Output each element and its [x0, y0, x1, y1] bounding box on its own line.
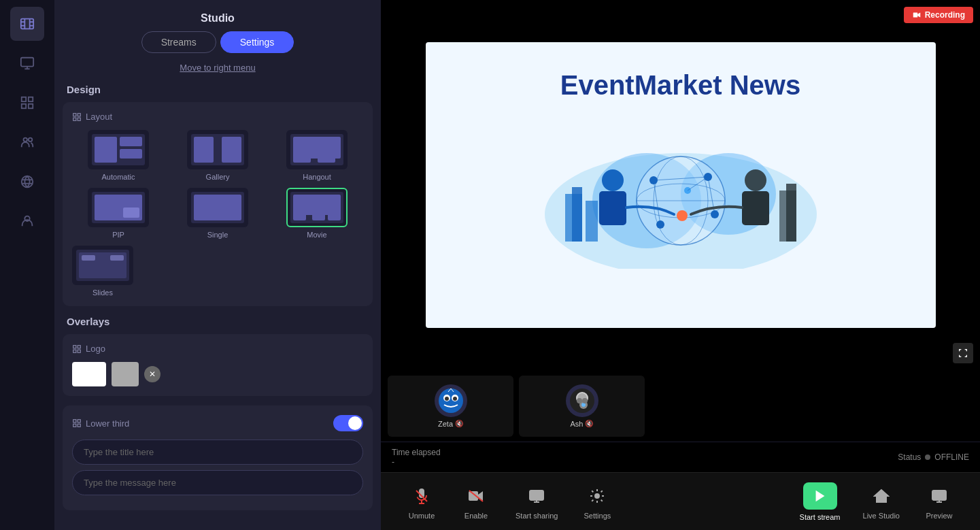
- fullscreen-button[interactable]: [953, 343, 973, 363]
- participant-ash-avatar: [566, 384, 598, 417]
- offline-dot: [925, 454, 930, 460]
- svg-point-54: [677, 210, 688, 221]
- video-area: EventMarket News: [381, 0, 980, 442]
- layout-gallery[interactable]: Gallery: [171, 130, 264, 181]
- tab-streams[interactable]: Streams: [141, 31, 216, 53]
- layout-automatic-label: Automatic: [102, 173, 135, 181]
- status-label: Status: [898, 452, 921, 462]
- participant-zeta-avatar: [435, 384, 467, 417]
- layout-grid: Automatic Gallery: [72, 130, 363, 239]
- logo-upload: ✕: [72, 362, 363, 386]
- design-section-title: Design: [54, 84, 381, 102]
- recording-label: Recording: [925, 10, 965, 20]
- svg-rect-7: [21, 58, 33, 67]
- preview-icon: [927, 484, 951, 508]
- layout-pip[interactable]: PIP: [72, 188, 165, 239]
- settings-label: Settings: [584, 512, 611, 520]
- layout-movie[interactable]: Movie: [271, 188, 363, 239]
- sidebar-item-film[interactable]: [10, 7, 44, 41]
- live-studio-icon: [869, 484, 894, 508]
- svg-marker-82: [815, 490, 824, 501]
- svg-rect-32: [913, 13, 917, 18]
- svg-point-52: [745, 169, 766, 191]
- live-studio-button[interactable]: Live Studio: [851, 484, 912, 520]
- time-value: -: [392, 457, 394, 467]
- icon-bar: [0, 0, 54, 530]
- settings-icon: [585, 484, 609, 508]
- layout-single[interactable]: Single: [171, 188, 264, 239]
- lower-third-header: Lower third: [72, 415, 363, 431]
- logo-placeholder: [112, 362, 139, 386]
- start-sharing-button[interactable]: Start sharing: [503, 484, 570, 520]
- svg-rect-13: [29, 104, 33, 108]
- svg-rect-24: [73, 345, 76, 348]
- logo-preview-white: [72, 362, 106, 386]
- lower-third-toggle[interactable]: [333, 415, 363, 431]
- overlays-section-title: Overlays: [54, 316, 381, 334]
- title-input[interactable]: [72, 440, 363, 465]
- svg-point-81: [595, 494, 599, 498]
- sidebar-item-layout[interactable]: [10, 86, 44, 120]
- svg-rect-31: [78, 424, 80, 427]
- preview-label: Preview: [926, 512, 952, 520]
- svg-point-16: [22, 176, 33, 188]
- tab-settings[interactable]: Settings: [220, 31, 294, 53]
- unmute-button[interactable]: Unmute: [394, 484, 449, 520]
- layout-movie-label: Movie: [307, 231, 326, 239]
- zeta-mic-off: 🔇: [455, 420, 463, 427]
- left-panel: Studio Streams Settings Move to right me…: [54, 0, 381, 530]
- svg-rect-56: [572, 187, 582, 242]
- logo-label: Logo: [72, 344, 363, 354]
- move-to-right-menu[interactable]: Move to right menu: [54, 63, 381, 73]
- svg-rect-29: [78, 420, 80, 423]
- svg-rect-78: [530, 491, 543, 500]
- enable-button[interactable]: Enable: [449, 484, 503, 520]
- svg-point-14: [24, 138, 28, 142]
- layout-slides[interactable]: Slides: [72, 246, 133, 297]
- svg-point-72: [582, 398, 588, 403]
- video-main: EventMarket News: [381, 0, 980, 370]
- layout-automatic[interactable]: Automatic: [72, 130, 165, 181]
- svg-rect-0: [21, 19, 33, 29]
- tab-bar: Streams Settings: [54, 31, 381, 63]
- start-sharing-label: Start sharing: [516, 512, 558, 520]
- svg-rect-51: [599, 191, 626, 225]
- unmute-label: Unmute: [409, 512, 435, 520]
- sidebar-item-globe[interactable]: [10, 165, 44, 199]
- svg-rect-83: [932, 491, 946, 500]
- participant-ash: Ash 🔇: [519, 376, 645, 437]
- preview-button[interactable]: Preview: [912, 484, 966, 520]
- enable-label: Enable: [464, 512, 488, 520]
- message-input[interactable]: [72, 470, 363, 495]
- start-stream-label: Start stream: [800, 513, 841, 521]
- sidebar-item-monitor[interactable]: [10, 46, 44, 80]
- sidebar-item-team[interactable]: [10, 204, 44, 238]
- svg-point-64: [453, 397, 457, 401]
- settings-button[interactable]: Settings: [570, 484, 624, 520]
- start-stream-icon: [803, 482, 837, 510]
- participants-strip: Zeta 🔇: [381, 370, 980, 442]
- panel-title: Studio: [54, 0, 381, 31]
- logo-remove-button[interactable]: ✕: [144, 366, 160, 382]
- svg-rect-59: [786, 184, 796, 242]
- layout-hangout[interactable]: Hangout: [271, 130, 363, 181]
- participant-zeta: Zeta 🔇: [388, 376, 513, 437]
- svg-rect-12: [22, 104, 26, 108]
- svg-rect-21: [78, 113, 80, 116]
- svg-point-15: [29, 138, 33, 142]
- ash-mic-off: 🔇: [585, 420, 593, 427]
- svg-rect-26: [73, 350, 76, 352]
- lower-third-section: Lower third: [63, 405, 373, 510]
- svg-point-71: [577, 398, 582, 403]
- start-stream-button[interactable]: Start stream: [790, 482, 851, 521]
- layout-label: Layout: [72, 112, 363, 122]
- sidebar-item-users[interactable]: [10, 125, 44, 159]
- svg-point-50: [602, 169, 624, 191]
- toggle-knob: [348, 416, 362, 430]
- participant-ash-name: Ash 🔇: [571, 420, 594, 428]
- svg-rect-27: [78, 350, 80, 352]
- svg-rect-23: [78, 118, 80, 120]
- participant-zeta-name: Zeta 🔇: [438, 420, 463, 428]
- svg-rect-25: [78, 345, 80, 348]
- main-area: Recording EventMarket News: [381, 0, 980, 530]
